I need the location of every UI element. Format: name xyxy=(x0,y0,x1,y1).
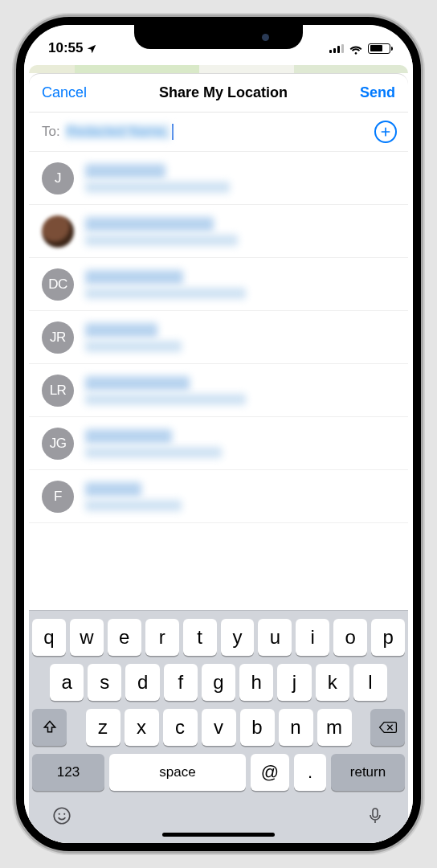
status-right xyxy=(329,43,390,54)
avatar: F xyxy=(42,481,74,513)
key-row-3: zxcvbnm xyxy=(32,709,405,746)
key-e[interactable]: e xyxy=(108,619,141,656)
backspace-key[interactable] xyxy=(370,709,405,746)
plus-icon xyxy=(379,125,392,138)
emoji-button[interactable] xyxy=(50,804,74,828)
contact-text xyxy=(85,482,395,511)
key-x[interactable]: x xyxy=(125,709,159,746)
keyboard: qwertyuiop asdfghjkl zxcvbnm 123 space @… xyxy=(29,610,408,843)
send-button[interactable]: Send xyxy=(360,84,395,101)
contact-text xyxy=(85,164,395,193)
svg-point-0 xyxy=(54,808,70,824)
key-h[interactable]: h xyxy=(239,664,273,701)
key-a[interactable]: a xyxy=(50,664,84,701)
share-sheet: Cancel Share My Location Send To: Redact… xyxy=(29,73,408,843)
key-r[interactable]: r xyxy=(145,619,179,656)
status-time: 10:55 xyxy=(48,40,83,56)
add-recipient-button[interactable] xyxy=(374,121,397,143)
shift-icon xyxy=(42,719,58,735)
shift-key[interactable] xyxy=(32,709,67,746)
contact-detail xyxy=(85,288,246,299)
notch xyxy=(134,25,303,49)
contact-name xyxy=(85,217,214,231)
key-row-3-letters: zxcvbnm xyxy=(71,709,366,746)
avatar: JR xyxy=(42,321,74,354)
contact-text xyxy=(85,270,395,299)
avatar xyxy=(42,215,74,248)
key-f[interactable]: f xyxy=(164,664,198,701)
contact-name xyxy=(85,270,183,285)
contact-detail xyxy=(85,447,222,458)
battery-icon xyxy=(368,43,390,54)
svg-rect-3 xyxy=(373,809,378,817)
contact-name xyxy=(85,376,190,391)
home-indicator[interactable] xyxy=(162,833,275,837)
key-c[interactable]: c xyxy=(163,709,198,746)
svg-point-1 xyxy=(59,813,60,815)
avatar: DC xyxy=(42,268,74,301)
key-j[interactable]: j xyxy=(277,664,311,701)
contact-text xyxy=(85,376,395,405)
key-v[interactable]: v xyxy=(202,709,236,746)
contact-suggestion[interactable]: F xyxy=(29,470,408,523)
contact-suggestion[interactable]: JG xyxy=(29,417,408,470)
contact-suggestion[interactable]: JR xyxy=(29,311,408,364)
key-m[interactable]: m xyxy=(317,709,352,746)
key-n[interactable]: n xyxy=(279,709,313,746)
contact-detail xyxy=(85,182,230,193)
contact-suggestion[interactable]: J xyxy=(29,152,408,205)
key-g[interactable]: g xyxy=(202,664,235,701)
return-key[interactable]: return xyxy=(331,754,405,791)
key-o[interactable]: o xyxy=(333,619,367,656)
contact-name xyxy=(85,164,165,178)
to-row: To: Redacted Name, xyxy=(29,113,408,152)
key-k[interactable]: k xyxy=(316,664,349,701)
recipient-input[interactable]: Redacted Name, xyxy=(65,124,374,140)
avatar: J xyxy=(42,162,74,194)
at-key[interactable]: @ xyxy=(251,754,289,791)
contact-name xyxy=(85,429,172,444)
backspace-icon xyxy=(378,719,398,735)
contact-text xyxy=(85,429,395,458)
key-s[interactable]: s xyxy=(88,664,121,701)
key-b[interactable]: b xyxy=(240,709,275,746)
contact-text xyxy=(85,323,395,352)
key-t[interactable]: t xyxy=(183,619,217,656)
text-cursor xyxy=(172,124,174,140)
key-u[interactable]: u xyxy=(258,619,292,656)
dot-key[interactable]: . xyxy=(294,754,326,791)
key-z[interactable]: z xyxy=(86,709,120,746)
svg-point-2 xyxy=(63,813,65,815)
contact-detail xyxy=(85,341,182,352)
keyboard-toolbar xyxy=(32,799,405,829)
key-p[interactable]: p xyxy=(371,619,405,656)
key-l[interactable]: l xyxy=(353,664,387,701)
contact-suggestion[interactable]: DC xyxy=(29,258,408,311)
key-w[interactable]: w xyxy=(70,619,104,656)
recipient-token: Redacted Name, xyxy=(65,124,171,140)
key-d[interactable]: d xyxy=(125,664,159,701)
location-icon xyxy=(86,43,97,54)
space-key[interactable]: space xyxy=(109,754,246,791)
cellular-icon xyxy=(329,43,344,53)
key-y[interactable]: y xyxy=(221,619,255,656)
avatar: LR xyxy=(42,375,74,407)
contact-suggestions: JDCJRLRJGF xyxy=(29,152,408,610)
phone-frame: 10:55 Cancel Share My Location Send xyxy=(16,17,421,851)
contact-name xyxy=(85,482,141,497)
key-row-2: asdfghjkl xyxy=(32,664,405,701)
status-left: 10:55 xyxy=(48,40,97,56)
cancel-button[interactable]: Cancel xyxy=(42,84,87,101)
microphone-icon xyxy=(366,806,385,825)
contact-suggestion[interactable] xyxy=(29,205,408,258)
dictation-button[interactable] xyxy=(363,804,387,828)
numbers-key[interactable]: 123 xyxy=(32,754,104,791)
key-row-4: 123 space @ . return xyxy=(32,754,405,791)
map-preview xyxy=(29,65,408,73)
contact-detail xyxy=(85,235,238,246)
contact-suggestion[interactable]: LR xyxy=(29,364,408,417)
key-q[interactable]: q xyxy=(32,619,66,656)
contact-text xyxy=(85,217,395,246)
key-i[interactable]: i xyxy=(296,619,329,656)
screen: 10:55 Cancel Share My Location Send xyxy=(24,25,413,843)
